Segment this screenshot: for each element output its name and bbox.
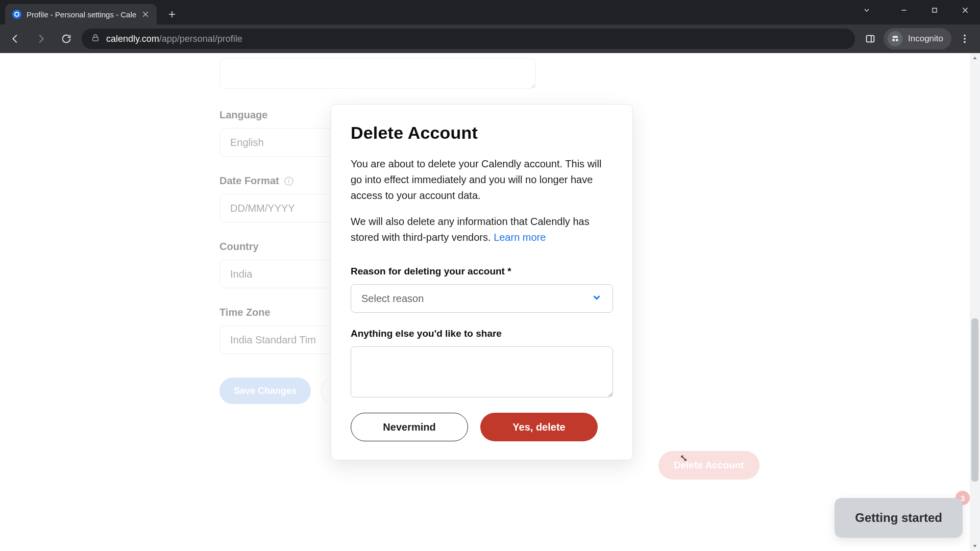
learn-more-link[interactable]: Learn more bbox=[494, 232, 546, 243]
vertical-scrollbar[interactable] bbox=[970, 53, 980, 551]
modal-p2-text: We will also delete any information that… bbox=[351, 216, 590, 243]
url-text: calendly.com/app/personal/profile bbox=[106, 34, 834, 44]
svg-rect-10 bbox=[93, 37, 99, 41]
toolbar-right: Incognito bbox=[860, 28, 975, 49]
scroll-thumb[interactable] bbox=[971, 318, 978, 482]
incognito-icon bbox=[888, 31, 903, 46]
svg-point-18 bbox=[964, 38, 966, 40]
modal-paragraph-1: You are about to delete your Calendly ac… bbox=[351, 156, 613, 204]
getting-started-button[interactable]: Getting started bbox=[835, 498, 963, 538]
svg-rect-13 bbox=[867, 36, 874, 42]
new-tab-button[interactable] bbox=[164, 6, 180, 22]
maximize-button[interactable] bbox=[923, 2, 946, 18]
scroll-down-arrow[interactable] bbox=[970, 541, 980, 551]
svg-rect-7 bbox=[933, 8, 937, 12]
browser-tab[interactable]: Profile - Personal settings - Cale bbox=[5, 4, 157, 24]
browser-chrome: Profile - Personal settings - Cale bbox=[0, 0, 980, 53]
nevermind-button[interactable]: Nevermind bbox=[351, 413, 468, 441]
reason-placeholder: Select reason bbox=[361, 293, 424, 305]
lock-icon bbox=[91, 33, 100, 45]
browser-toolbar: calendly.com/app/personal/profile Incogn… bbox=[0, 24, 980, 53]
tab-strip: Profile - Personal settings - Cale bbox=[0, 0, 980, 24]
modal-title: Delete Account bbox=[351, 123, 613, 143]
kebab-menu-icon[interactable] bbox=[954, 29, 975, 49]
scroll-up-arrow[interactable] bbox=[970, 53, 980, 63]
tab-search-icon[interactable] bbox=[859, 2, 875, 18]
svg-point-15 bbox=[892, 39, 895, 41]
share-label: Anything else you'd like to share bbox=[351, 328, 613, 339]
svg-point-17 bbox=[964, 35, 966, 37]
svg-marker-20 bbox=[973, 57, 977, 59]
chevron-down-icon bbox=[591, 292, 602, 306]
back-button[interactable] bbox=[5, 29, 26, 49]
delete-account-modal: Delete Account You are about to delete y… bbox=[331, 104, 633, 460]
url-host: calendly.com bbox=[106, 34, 159, 44]
reason-select[interactable]: Select reason bbox=[351, 284, 613, 313]
close-window-button[interactable] bbox=[953, 2, 977, 18]
minimize-button[interactable] bbox=[892, 2, 916, 18]
url-path: /app/personal/profile bbox=[159, 34, 242, 44]
window-controls bbox=[859, 2, 977, 18]
calendly-favicon bbox=[12, 10, 21, 19]
svg-point-19 bbox=[964, 41, 966, 43]
incognito-label: Incognito bbox=[908, 34, 943, 44]
yes-delete-button[interactable]: Yes, delete bbox=[480, 413, 598, 441]
svg-point-16 bbox=[896, 39, 898, 41]
mouse-cursor: ⤡ bbox=[680, 453, 688, 464]
svg-point-1 bbox=[15, 13, 18, 16]
address-bar[interactable]: calendly.com/app/personal/profile bbox=[82, 29, 855, 49]
modal-paragraph-2: We will also delete any information that… bbox=[351, 214, 613, 245]
reason-label: Reason for deleting your account * bbox=[351, 266, 613, 277]
share-textarea[interactable] bbox=[351, 346, 613, 397]
page-viewport: Language English Date Format i DD/MM/YYY… bbox=[0, 53, 980, 551]
tab-title: Profile - Personal settings - Cale bbox=[27, 10, 136, 19]
reload-button[interactable] bbox=[56, 29, 77, 49]
side-panel-icon[interactable] bbox=[860, 29, 880, 49]
incognito-chip[interactable]: Incognito bbox=[884, 28, 951, 49]
forward-button[interactable] bbox=[31, 29, 51, 49]
close-tab-icon[interactable] bbox=[141, 10, 150, 18]
svg-marker-21 bbox=[973, 545, 977, 547]
